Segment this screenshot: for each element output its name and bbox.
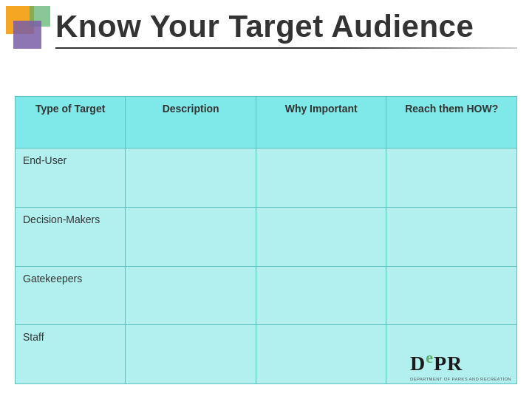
- audience-table: Type of Target Description Why Important…: [15, 96, 517, 384]
- main-table-container: Type of Target Description Why Important…: [15, 96, 517, 384]
- depr-logo: DePR DEPARTMENT OF PARKS AND RECREATION: [410, 348, 511, 381]
- cell-staff-desc: [126, 325, 256, 384]
- cell-gate-how: [386, 266, 517, 325]
- logo-caption: DEPARTMENT OF PARKS AND RECREATION: [410, 377, 511, 381]
- cell-end-user-why: [256, 149, 386, 208]
- col-header-why: Why Important: [256, 97, 386, 149]
- col-header-how: Reach them HOW?: [386, 97, 517, 149]
- deco-corner: [0, 0, 52, 52]
- cell-decision-why: [256, 207, 386, 266]
- cell-staff-why: [256, 325, 386, 384]
- table-row: End-User: [16, 149, 517, 208]
- cell-end-user-type: End-User: [16, 149, 126, 208]
- page-title: Know Your Target Audience: [55, 9, 517, 44]
- cell-decision-type: Decision-Makers: [16, 207, 126, 266]
- table-row: Gatekeepers: [16, 266, 517, 325]
- cell-gate-desc: [126, 266, 256, 325]
- title-underline: [55, 47, 517, 49]
- cell-staff-type: Staff: [16, 325, 126, 384]
- cell-gate-why: [256, 266, 386, 325]
- col-header-type: Type of Target: [16, 97, 126, 149]
- cell-end-user-how: [386, 149, 517, 208]
- slide: Know Your Target Audience Type of Target…: [0, 0, 532, 399]
- cell-gate-type: Gatekeepers: [16, 266, 126, 325]
- cell-decision-desc: [126, 207, 256, 266]
- cell-decision-how: [386, 207, 517, 266]
- logo-text: DePR: [410, 348, 511, 375]
- deco-purple-square: [13, 21, 41, 49]
- cell-end-user-desc: [126, 149, 256, 208]
- table-header-row: Type of Target Description Why Important…: [16, 97, 517, 149]
- table-row: Decision-Makers: [16, 207, 517, 266]
- col-header-desc: Description: [126, 97, 256, 149]
- title-area: Know Your Target Audience: [55, 9, 517, 49]
